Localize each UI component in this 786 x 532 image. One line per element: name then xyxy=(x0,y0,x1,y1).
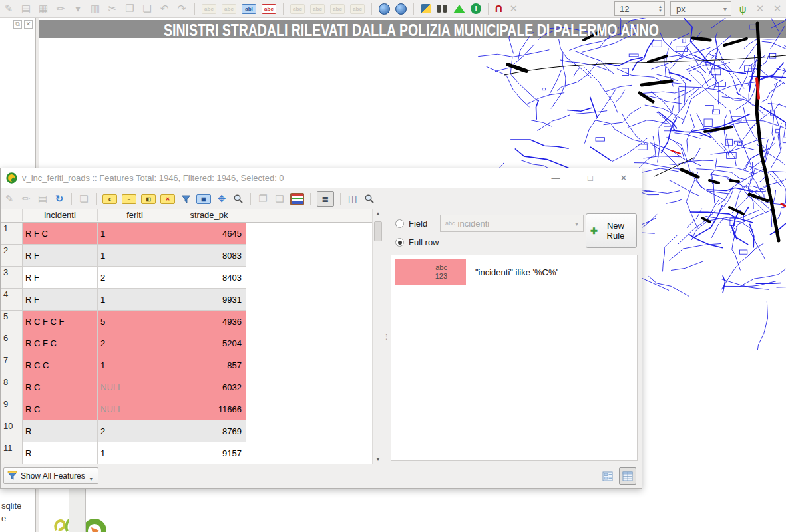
cell-incidenti[interactable]: R xyxy=(23,420,98,442)
filter-form-icon[interactable] xyxy=(180,192,192,205)
paste-features-icon[interactable]: ❏ xyxy=(274,192,286,205)
column-header-feriti[interactable]: feriti xyxy=(98,209,172,221)
row-number-cell[interactable]: 2 xyxy=(1,245,23,267)
row-number-cell[interactable]: 4 xyxy=(1,289,23,311)
search-widget-icon[interactable] xyxy=(363,192,375,205)
save-project-icon[interactable]: ▤ xyxy=(20,2,32,15)
new-shapefile-icon[interactable] xyxy=(453,5,465,13)
cell-feriti[interactable]: 2 xyxy=(98,332,172,354)
cell-incidenti[interactable]: R C F C F xyxy=(23,311,98,332)
row-number-cell[interactable]: 7 xyxy=(1,354,23,376)
cell-strade_pk[interactable]: 4645 xyxy=(172,223,246,245)
multiedit-icon[interactable]: ✏ xyxy=(20,192,32,205)
row-number-cell[interactable]: 9 xyxy=(1,398,23,420)
move-label-icon[interactable]: abc xyxy=(330,4,345,14)
snapping-icon[interactable]: U xyxy=(495,3,502,15)
save-edits-icon[interactable]: ▤ xyxy=(37,192,49,205)
vertex-tool-icon[interactable]: ψ xyxy=(737,2,749,15)
web-service-icon[interactable] xyxy=(379,3,390,15)
cell-incidenti[interactable]: R C C xyxy=(23,354,98,376)
cell-feriti[interactable]: 2 xyxy=(98,267,172,289)
redo-icon[interactable]: ↷ xyxy=(176,2,188,15)
label-style-icon[interactable]: abc xyxy=(222,4,236,14)
paste-icon[interactable]: ❏ xyxy=(141,2,153,15)
table-row[interactable]: 6R C F C25204 xyxy=(1,332,372,354)
layers-panel-scrollbar[interactable] xyxy=(69,489,86,532)
pan-to-selection-icon[interactable]: ✥ xyxy=(216,192,228,205)
row-number-cell[interactable]: 1 xyxy=(1,223,23,245)
label-unit-combo[interactable]: px▾ xyxy=(670,1,731,16)
cell-incidenti[interactable]: R F C xyxy=(23,223,98,245)
unavailable-tool-icon[interactable]: ✕ xyxy=(754,2,766,15)
cell-strade_pk[interactable]: 5204 xyxy=(172,332,246,354)
conditional-formatting-icon[interactable] xyxy=(290,193,304,205)
table-view-button[interactable] xyxy=(619,467,636,485)
delete-selected-icon[interactable]: ▥ xyxy=(89,2,101,15)
edit-pen-icon[interactable]: ✎ xyxy=(3,2,15,15)
cell-incidenti[interactable]: R xyxy=(23,442,98,464)
table-row[interactable]: 11R19157 xyxy=(1,442,372,464)
cell-incidenti[interactable]: R F xyxy=(23,267,98,289)
cell-incidenti[interactable]: R C xyxy=(23,398,98,420)
dropdown-caret-icon[interactable]: ▾ xyxy=(72,2,84,15)
toggle-editing-icon[interactable]: ✎ xyxy=(3,192,15,205)
table-row[interactable]: 1R F C14645 xyxy=(1,223,372,245)
field-radio[interactable]: Field xyxy=(395,219,427,229)
select-by-expression-icon[interactable]: ε xyxy=(102,194,117,204)
organize-columns-icon[interactable]: ▦ xyxy=(196,194,211,204)
row-number-cell[interactable]: 11 xyxy=(1,442,23,464)
panel-view-toggle-icon[interactable]: ≣ xyxy=(317,191,334,207)
identify-features-icon[interactable]: i xyxy=(471,3,481,14)
panel-splitter[interactable]: ⁞ xyxy=(383,209,389,465)
cell-strade_pk[interactable]: 857 xyxy=(172,354,246,376)
row-number-cell[interactable]: 8 xyxy=(1,376,23,398)
label-rules-icon[interactable]: abc xyxy=(262,4,276,14)
unavailable-tool2-icon[interactable]: ✕ xyxy=(771,2,783,15)
dialog-titlebar[interactable]: v_inc_feriti_roads :: Features Total: 19… xyxy=(1,168,642,188)
cell-strade_pk[interactable]: 11666 xyxy=(172,398,246,420)
invert-selection-icon[interactable]: ◧ xyxy=(141,194,156,204)
column-header-incidenti[interactable]: incidenti xyxy=(23,209,98,221)
cell-strade_pk[interactable]: 6032 xyxy=(172,376,246,398)
label-toolbar-icon[interactable]: abl xyxy=(242,4,256,14)
cell-feriti[interactable]: 1 xyxy=(98,223,172,245)
cell-incidenti[interactable]: R C F C xyxy=(23,332,98,354)
table-row[interactable]: 7R C C1857 xyxy=(1,354,372,376)
cell-feriti[interactable]: 1 xyxy=(98,354,172,376)
table-row[interactable]: 9R CNULL11666 xyxy=(1,398,372,420)
form-view-button[interactable] xyxy=(599,467,616,485)
vertical-scrollbar[interactable]: ▲ ▼ xyxy=(372,209,383,465)
node-tool-icon[interactable]: ✕ xyxy=(508,2,520,15)
cell-strade_pk[interactable]: 8083 xyxy=(172,245,246,267)
panel-close-icon[interactable]: ✕ xyxy=(24,20,33,29)
undo-icon[interactable]: ↶ xyxy=(158,2,170,15)
copy-icon[interactable]: ❐ xyxy=(124,2,136,15)
add-feature-icon[interactable]: ❏ xyxy=(78,192,90,205)
dock-table-icon[interactable]: ◫ xyxy=(347,192,359,205)
corner-header-cell[interactable] xyxy=(1,209,23,221)
cell-feriti[interactable]: 2 xyxy=(98,420,172,442)
table-row[interactable]: 8R CNULL6032 xyxy=(1,376,372,398)
python-console-icon[interactable] xyxy=(421,4,431,13)
rule-row[interactable]: abc 123 "incidenti" ilike '%C%' xyxy=(395,259,558,285)
cell-feriti[interactable]: 1 xyxy=(98,245,172,267)
scroll-up-icon[interactable]: ▲ xyxy=(373,209,383,219)
close-button[interactable]: ✕ xyxy=(614,171,633,186)
layer-item[interactable]: sqlite xyxy=(1,499,21,512)
label-size-spinbox[interactable]: 12▲▼ xyxy=(614,1,665,16)
field-combo[interactable]: abc incidenti ▾ xyxy=(440,215,584,232)
show-hidden-labels-icon[interactable]: abc xyxy=(310,4,325,14)
select-all-icon[interactable]: ≡ xyxy=(122,194,136,204)
cell-strade_pk[interactable]: 4936 xyxy=(172,311,246,332)
cell-strade_pk[interactable]: 8769 xyxy=(172,420,246,442)
change-label-icon[interactable]: abc xyxy=(350,4,365,14)
labeling-icon[interactable]: abc xyxy=(202,4,216,14)
maximize-button[interactable]: □ xyxy=(581,171,600,186)
cell-incidenti[interactable]: R C xyxy=(23,376,98,398)
osm-place-search-icon[interactable] xyxy=(437,5,441,13)
zoom-to-selection-icon[interactable] xyxy=(232,192,244,205)
reload-table-icon[interactable]: ↻ xyxy=(53,192,65,205)
cell-feriti[interactable]: 1 xyxy=(98,289,172,311)
column-header-strade_pk[interactable]: strade_pk xyxy=(172,209,246,221)
table-row[interactable]: 2R F18083 xyxy=(1,245,372,267)
